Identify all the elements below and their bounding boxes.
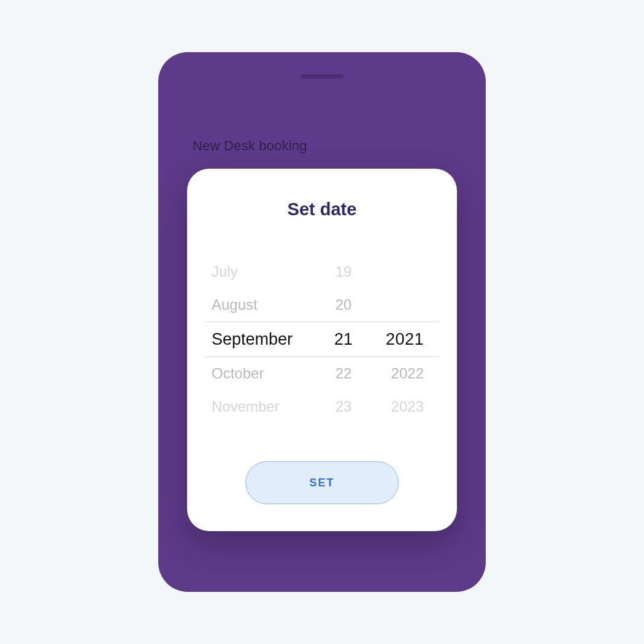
date-picker-modal: Set date July 19 August 20 September 21 …: [187, 169, 457, 531]
month-option[interactable]: November: [212, 398, 322, 415]
day-option[interactable]: 19: [322, 263, 365, 280]
month-option[interactable]: July: [212, 263, 322, 280]
speaker-notch: [301, 74, 343, 79]
picker-row[interactable]: August 20: [205, 288, 439, 321]
day-option[interactable]: 20: [322, 296, 365, 313]
day-option[interactable]: 23: [322, 398, 365, 415]
picker-row[interactable]: November 23 2023: [205, 390, 439, 423]
date-picker[interactable]: July 19 August 20 September 21 2021 Octo…: [205, 255, 439, 423]
phone-frame: New Desk booking Set date July 19 August…: [158, 52, 486, 592]
year-option[interactable]: 2023: [365, 398, 426, 415]
month-option[interactable]: August: [212, 296, 322, 313]
picker-row-selected[interactable]: September 21 2021: [205, 321, 439, 357]
picker-row[interactable]: July 19: [205, 255, 439, 288]
month-option[interactable]: October: [212, 365, 322, 382]
day-option[interactable]: 22: [322, 365, 365, 382]
month-selected[interactable]: September: [212, 330, 322, 349]
day-selected[interactable]: 21: [322, 330, 365, 349]
set-button[interactable]: SET: [245, 461, 399, 504]
page-heading: New Desk booking: [193, 138, 307, 154]
year-option[interactable]: 2022: [365, 365, 426, 382]
year-selected[interactable]: 2021: [365, 330, 426, 349]
picker-row[interactable]: October 22 2022: [205, 357, 439, 390]
modal-title: Set date: [205, 199, 439, 220]
